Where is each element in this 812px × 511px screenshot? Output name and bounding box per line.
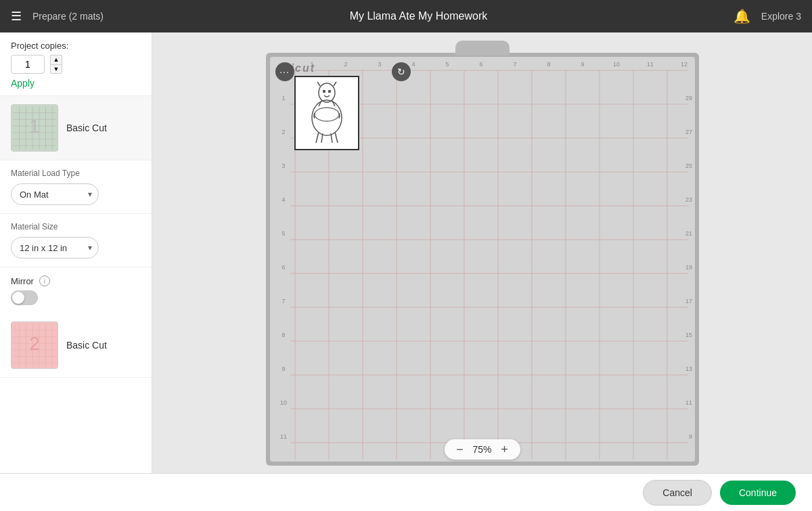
svg-text:13: 13 <box>685 365 692 372</box>
footer: Cancel Continue <box>0 473 812 511</box>
mat-body: cricut 1 2 3 4 5 6 7 8 9 10 11 <box>266 53 699 466</box>
material-load-type-label: Material Load Type <box>11 169 141 178</box>
svg-point-86 <box>319 83 335 102</box>
svg-text:19: 19 <box>685 264 692 271</box>
svg-text:15: 15 <box>685 332 692 338</box>
svg-text:6: 6 <box>281 264 285 271</box>
svg-text:5: 5 <box>281 230 285 237</box>
zoom-out-button[interactable]: − <box>452 442 467 457</box>
mat-grid-icon-1: 1 <box>12 104 58 152</box>
canvas-area: cricut 1 2 3 4 5 6 7 8 9 10 11 <box>152 32 812 473</box>
material-size-section: Material Size 12 in x 12 in 12 in x 24 i… <box>0 214 152 267</box>
zoom-label: 75% <box>472 444 491 455</box>
svg-text:3: 3 <box>281 162 285 169</box>
zoom-controls: − 75% + <box>444 439 520 460</box>
svg-text:5: 5 <box>445 61 449 68</box>
material-size-label: Material Size <box>11 222 141 231</box>
svg-text:2: 2 <box>344 61 347 68</box>
mirror-toggle-knob <box>12 292 24 304</box>
material-size-wrapper: 12 in x 12 in 12 in x 24 in 24 in x 12 i… <box>11 237 99 259</box>
material-size-select[interactable]: 12 in x 12 in 12 in x 24 in 24 in x 12 i… <box>11 237 99 259</box>
mirror-toggle[interactable] <box>11 290 38 305</box>
mat-grid-icon-2: 2 <box>12 321 58 369</box>
copies-down-button[interactable]: ▼ <box>50 64 62 74</box>
svg-text:8: 8 <box>547 61 550 68</box>
refresh-icon: ↻ <box>397 66 405 77</box>
copies-control: ▲ ▼ <box>11 55 141 74</box>
svg-text:29: 29 <box>685 95 692 102</box>
svg-text:2: 2 <box>281 129 285 135</box>
svg-text:10: 10 <box>279 399 286 406</box>
header: ☰ Prepare (2 mats) My Llama Ate My Homew… <box>0 0 812 32</box>
svg-text:1: 1 <box>29 116 39 137</box>
svg-text:11: 11 <box>685 399 692 406</box>
llama-illustration <box>300 81 354 146</box>
svg-text:9: 9 <box>688 433 692 440</box>
material-load-type-section: Material Load Type On Mat Roll Manual ▾ <box>0 160 152 214</box>
svg-line-90 <box>316 132 319 143</box>
project-title: My Llama Ate My Homework <box>104 10 734 22</box>
mat-inner: cricut 1 2 3 4 5 6 7 8 9 10 11 <box>270 57 695 462</box>
svg-text:27: 27 <box>685 129 692 135</box>
svg-text:11: 11 <box>279 433 286 440</box>
svg-text:23: 23 <box>685 196 692 203</box>
bell-icon[interactable]: 🔔 <box>734 8 750 24</box>
dots-icon: ··· <box>279 66 290 77</box>
svg-text:7: 7 <box>281 298 285 305</box>
hamburger-menu-icon[interactable]: ☰ <box>11 9 22 24</box>
svg-text:6: 6 <box>479 61 482 68</box>
svg-point-96 <box>323 90 325 92</box>
svg-text:1: 1 <box>281 95 285 102</box>
svg-line-88 <box>334 82 336 86</box>
sidebar: Project copies: ▲ ▼ Apply <box>0 32 152 473</box>
svg-text:9: 9 <box>581 61 584 68</box>
svg-text:10: 10 <box>612 61 619 68</box>
mat-outer: cricut 1 2 3 4 5 6 7 8 9 10 11 <box>266 41 699 466</box>
refresh-button[interactable]: ↻ <box>392 62 411 81</box>
svg-point-97 <box>328 90 330 92</box>
mirror-label: Mirror <box>11 276 34 286</box>
svg-text:11: 11 <box>646 61 653 68</box>
project-copies-section: Project copies: ▲ ▼ Apply <box>0 32 152 96</box>
svg-line-87 <box>317 82 320 86</box>
project-copies-label: Project copies: <box>11 41 141 51</box>
svg-text:17: 17 <box>685 298 692 305</box>
mat-handle <box>455 41 510 55</box>
zoom-in-button[interactable]: + <box>497 442 512 457</box>
machine-label: Explore 3 <box>761 11 801 22</box>
cancel-button[interactable]: Cancel <box>643 480 712 506</box>
svg-text:9: 9 <box>281 365 285 372</box>
mirror-row: Mirror i <box>11 275 141 286</box>
svg-line-93 <box>335 132 338 143</box>
mat-card-2[interactable]: 2 Basic Cut <box>0 313 152 378</box>
prepare-title: Prepare (2 mats) <box>32 11 104 22</box>
svg-text:3: 3 <box>378 61 381 68</box>
apply-button[interactable]: Apply <box>11 78 35 89</box>
mat-card-1[interactable]: 1 Basic Cut <box>0 96 152 160</box>
mat-thumbnail-2: 2 <box>11 321 58 369</box>
mat-1-label: Basic Cut <box>66 123 107 133</box>
mirror-info-icon[interactable]: i <box>39 275 50 286</box>
svg-text:4: 4 <box>281 196 285 203</box>
material-load-type-wrapper: On Mat Roll Manual ▾ <box>11 183 99 205</box>
continue-button[interactable]: Continue <box>720 481 796 505</box>
svg-text:12: 12 <box>680 61 687 68</box>
svg-text:7: 7 <box>513 61 516 68</box>
svg-text:2: 2 <box>29 333 39 354</box>
mat-2-label: Basic Cut <box>66 340 107 351</box>
copies-spinner: ▲ ▼ <box>50 55 62 74</box>
copies-input[interactable] <box>11 55 45 74</box>
mat-thumbnail-1: 1 <box>11 104 58 152</box>
main-layout: Project copies: ▲ ▼ Apply <box>0 32 812 473</box>
svg-text:25: 25 <box>685 162 692 169</box>
llama-design-box <box>294 76 359 150</box>
header-right: 🔔 Explore 3 <box>734 8 801 24</box>
copies-up-button[interactable]: ▲ <box>50 55 62 64</box>
mirror-section: Mirror i <box>0 267 152 313</box>
svg-text:4: 4 <box>411 61 415 68</box>
mat-options-button[interactable]: ··· <box>275 62 294 81</box>
svg-text:8: 8 <box>281 332 285 338</box>
svg-point-98 <box>315 108 339 121</box>
svg-text:21: 21 <box>685 230 692 237</box>
material-load-type-select[interactable]: On Mat Roll Manual <box>11 183 99 205</box>
